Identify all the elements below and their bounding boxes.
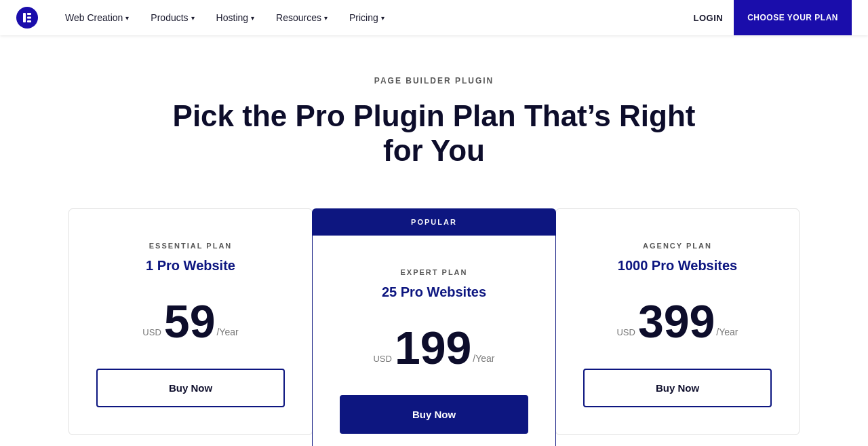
nav-label-resources: Resources xyxy=(276,12,321,23)
plan-essential-price: 59 xyxy=(164,298,216,344)
main-content: PAGE BUILDER PLUGIN Pick the Pro Plugin … xyxy=(0,35,868,446)
svg-rect-4 xyxy=(27,20,31,22)
nav-right: LOGIN CHOOSE YOUR PLAN xyxy=(694,0,852,35)
plan-agency-card: AGENCY PLAN 1000 Pro Websites USD 399 /Y… xyxy=(555,208,800,435)
plan-expert-card: EXPERT PLAN 25 Pro Websites USD 199 /Yea… xyxy=(312,236,556,446)
nav-item-resources[interactable]: Resources ▾ xyxy=(265,0,338,35)
chevron-down-icon: ▾ xyxy=(251,14,254,22)
chevron-down-icon: ▾ xyxy=(324,14,328,22)
plan-expert-currency: USD xyxy=(373,354,391,364)
plan-expert: POPULAR EXPERT PLAN 25 Pro Websites USD … xyxy=(312,208,556,446)
plan-essential-websites: 1 Pro Website xyxy=(96,258,285,274)
elementor-logo-icon xyxy=(16,7,38,29)
plan-expert-buy-button[interactable]: Buy Now xyxy=(340,395,528,434)
plan-agency: AGENCY PLAN 1000 Pro Websites USD 399 /Y… xyxy=(555,208,800,435)
nav-item-products[interactable]: Products ▾ xyxy=(140,0,205,35)
plan-expert-name: EXPERT PLAN xyxy=(340,268,528,276)
login-button[interactable]: LOGIN xyxy=(694,13,724,23)
plan-agency-currency: USD xyxy=(616,327,635,337)
nav-label-web-creation: Web Creation xyxy=(65,12,123,23)
plan-agency-websites: 1000 Pro Websites xyxy=(583,258,772,274)
plan-agency-price: 399 xyxy=(638,298,715,344)
svg-rect-1 xyxy=(23,13,26,22)
nav-item-pricing[interactable]: Pricing ▾ xyxy=(338,0,395,35)
chevron-down-icon: ▾ xyxy=(381,14,384,22)
plan-expert-price-row: USD 199 /Year xyxy=(340,324,528,371)
plan-essential: ESSENTIAL PLAN 1 Pro Website USD 59 /Yea… xyxy=(68,208,313,435)
plan-essential-period: /Year xyxy=(216,327,238,337)
plan-agency-price-row: USD 399 /Year xyxy=(583,298,772,344)
nav-item-hosting[interactable]: Hosting ▾ xyxy=(205,0,265,35)
plan-essential-name: ESSENTIAL PLAN xyxy=(96,242,285,250)
nav-item-web-creation[interactable]: Web Creation ▾ xyxy=(54,0,140,35)
plan-agency-name: AGENCY PLAN xyxy=(583,242,772,250)
nav-label-hosting: Hosting xyxy=(216,12,248,23)
svg-rect-3 xyxy=(27,17,31,19)
plan-essential-buy-button[interactable]: Buy Now xyxy=(96,369,285,407)
popular-badge: POPULAR xyxy=(312,208,556,236)
choose-plan-button[interactable]: CHOOSE YOUR PLAN xyxy=(734,0,852,35)
plan-agency-buy-button[interactable]: Buy Now xyxy=(583,369,772,407)
chevron-down-icon: ▾ xyxy=(191,14,195,22)
plan-essential-price-row: USD 59 /Year xyxy=(96,298,285,344)
plan-agency-period: /Year xyxy=(716,327,738,337)
plan-expert-period: /Year xyxy=(473,353,494,364)
nav-items: Web Creation ▾ Products ▾ Hosting ▾ Reso… xyxy=(54,0,694,35)
plan-expert-price: 199 xyxy=(395,324,471,371)
plan-essential-card: ESSENTIAL PLAN 1 Pro Website USD 59 /Yea… xyxy=(68,208,313,435)
nav-label-products: Products xyxy=(151,12,188,23)
pricing-cards: ESSENTIAL PLAN 1 Pro Website USD 59 /Yea… xyxy=(61,208,807,446)
plan-expert-websites: 25 Pro Websites xyxy=(340,284,528,300)
section-label: PAGE BUILDER PLUGIN xyxy=(374,76,494,86)
svg-rect-2 xyxy=(27,13,31,15)
plan-essential-currency: USD xyxy=(142,327,161,337)
nav-logo[interactable] xyxy=(16,7,38,29)
chevron-down-icon: ▾ xyxy=(125,14,129,22)
nav-label-pricing: Pricing xyxy=(349,12,378,23)
page-title: Pick the Pro Plugin Plan That’s Right fo… xyxy=(156,99,712,168)
